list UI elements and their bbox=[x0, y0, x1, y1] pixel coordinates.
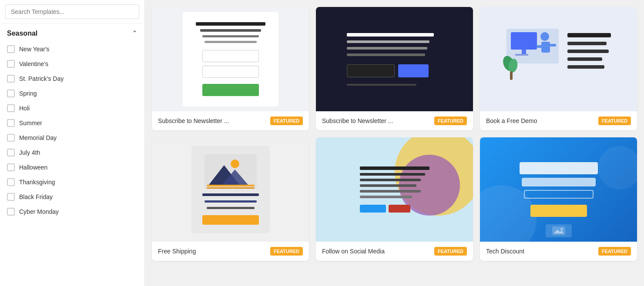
sidebar-item-summer[interactable]: Summer bbox=[0, 116, 144, 130]
card-footer: Follow on Social Media FEATURED bbox=[316, 242, 473, 261]
template-card-tech[interactable]: Tech Discount FEATURED bbox=[480, 137, 637, 261]
template-card-shipping[interactable]: Free Shipping FEATURED bbox=[152, 137, 309, 261]
svg-rect-20 bbox=[207, 185, 255, 186]
chevron-up-icon: ⌃ bbox=[132, 29, 138, 37]
card-footer: Subscribe to Newsletter ... FEATURED bbox=[316, 111, 473, 130]
template-card-social[interactable]: Follow on Social Media FEATURED bbox=[316, 137, 473, 261]
svg-point-17 bbox=[231, 160, 239, 168]
featured-badge: FEATURED bbox=[434, 116, 467, 125]
checkbox[interactable] bbox=[7, 193, 15, 201]
sidebar-item-black-friday[interactable]: Black Friday bbox=[0, 190, 144, 204]
checkbox[interactable] bbox=[7, 178, 15, 186]
checkbox[interactable] bbox=[7, 60, 15, 68]
svg-rect-12 bbox=[567, 65, 604, 69]
template-card-newsletter-dark[interactable]: Subscribe to Newsletter ... FEATURED bbox=[316, 7, 473, 130]
featured-badge: FEATURED bbox=[434, 247, 467, 256]
search-input[interactable] bbox=[5, 4, 139, 19]
svg-rect-15 bbox=[510, 71, 513, 80]
card-preview bbox=[480, 137, 637, 242]
checkbox[interactable] bbox=[7, 104, 15, 112]
svg-rect-9 bbox=[567, 42, 607, 45]
sidebar-item-cyber-monday[interactable]: Cyber Monday bbox=[0, 204, 144, 219]
svg-point-24 bbox=[560, 228, 563, 230]
sidebar-item-label: New Year's bbox=[19, 46, 50, 53]
card-title: Book a Free Demo bbox=[486, 117, 595, 124]
svg-rect-2 bbox=[522, 50, 526, 54]
search-wrapper bbox=[0, 0, 144, 24]
sidebar-item-label: Holi bbox=[19, 105, 30, 112]
sidebar-item-label: Spring bbox=[19, 90, 37, 97]
template-card-book-demo[interactable]: Book a Free Demo FEATURED bbox=[480, 7, 637, 130]
card-title: Free Shipping bbox=[158, 248, 267, 255]
sidebar-item-label: Halloween bbox=[19, 164, 47, 171]
svg-rect-5 bbox=[541, 42, 550, 53]
checkbox[interactable] bbox=[7, 45, 15, 53]
main-content: Subscribe to Newsletter ... FEATURED bbox=[145, 0, 644, 286]
sidebar-items-list: New Year's Valentine's St. Patrick's Day… bbox=[0, 42, 144, 219]
card-preview bbox=[152, 137, 309, 242]
card-preview bbox=[480, 7, 637, 111]
sidebar-item-thanksgiving[interactable]: Thanksgiving bbox=[0, 175, 144, 190]
card-footer: Free Shipping FEATURED bbox=[152, 242, 309, 261]
checkbox[interactable] bbox=[7, 149, 15, 156]
svg-rect-8 bbox=[567, 33, 611, 37]
sidebar-item-july-4th[interactable]: July 4th bbox=[0, 145, 144, 160]
card-title: Follow on Social Media bbox=[322, 248, 431, 255]
seasonal-section-header[interactable]: Seasonal ⌃ bbox=[0, 24, 144, 42]
svg-rect-3 bbox=[515, 54, 528, 56]
card-footer: Book a Free Demo FEATURED bbox=[480, 111, 637, 130]
sidebar-item-spring[interactable]: Spring bbox=[0, 86, 144, 101]
sidebar-item-holi[interactable]: Holi bbox=[0, 101, 144, 116]
sidebar-item-label: July 4th bbox=[19, 149, 40, 156]
sidebar-item-label: Valentine's bbox=[19, 60, 48, 67]
card-title: Subscribe to Newsletter ... bbox=[322, 117, 431, 124]
card-preview bbox=[316, 137, 473, 242]
checkbox[interactable] bbox=[7, 75, 15, 83]
svg-rect-6 bbox=[537, 45, 542, 48]
card-title: Subscribe to Newsletter ... bbox=[158, 117, 267, 124]
sidebar-item-memorial-day[interactable]: Memorial Day bbox=[0, 130, 144, 145]
sidebar: Seasonal ⌃ New Year's Valentine's St. Pa… bbox=[0, 0, 145, 286]
card-preview bbox=[152, 7, 309, 111]
sidebar-item-label: Memorial Day bbox=[19, 134, 57, 141]
featured-badge: FEATURED bbox=[270, 247, 303, 256]
svg-rect-11 bbox=[567, 57, 602, 61]
svg-rect-21 bbox=[207, 187, 255, 189]
sidebar-item-label: Summer bbox=[19, 120, 42, 126]
card-footer: Subscribe to Newsletter ... FEATURED bbox=[152, 111, 309, 130]
svg-rect-7 bbox=[550, 44, 556, 47]
sidebar-item-halloween[interactable]: Halloween bbox=[0, 160, 144, 175]
template-card-newsletter-green[interactable]: Subscribe to Newsletter ... FEATURED bbox=[152, 7, 309, 130]
card-footer: Tech Discount FEATURED bbox=[480, 242, 637, 261]
sidebar-item-st--patrick-s-day[interactable]: St. Patrick's Day bbox=[0, 71, 144, 86]
featured-badge: FEATURED bbox=[598, 247, 631, 256]
sidebar-item-label: St. Patrick's Day bbox=[19, 75, 64, 82]
template-grid: Subscribe to Newsletter ... FEATURED bbox=[152, 7, 637, 261]
svg-rect-1 bbox=[511, 32, 537, 50]
svg-rect-10 bbox=[567, 50, 609, 53]
sidebar-item-new-year-s[interactable]: New Year's bbox=[0, 42, 144, 57]
card-title: Tech Discount bbox=[486, 248, 595, 255]
checkbox[interactable] bbox=[7, 119, 15, 127]
checkbox[interactable] bbox=[7, 163, 15, 171]
card-preview bbox=[316, 7, 473, 111]
checkbox[interactable] bbox=[7, 208, 15, 216]
featured-badge: FEATURED bbox=[270, 116, 303, 125]
section-title: Seasonal bbox=[7, 30, 37, 37]
sidebar-item-label: Cyber Monday bbox=[19, 208, 59, 215]
svg-point-4 bbox=[540, 32, 549, 41]
checkbox[interactable] bbox=[7, 134, 15, 142]
checkbox[interactable] bbox=[7, 90, 15, 97]
sidebar-item-valentine-s[interactable]: Valentine's bbox=[0, 57, 144, 71]
sidebar-item-label: Black Friday bbox=[19, 193, 53, 200]
featured-badge: FEATURED bbox=[598, 116, 631, 125]
sidebar-item-label: Thanksgiving bbox=[19, 179, 55, 186]
